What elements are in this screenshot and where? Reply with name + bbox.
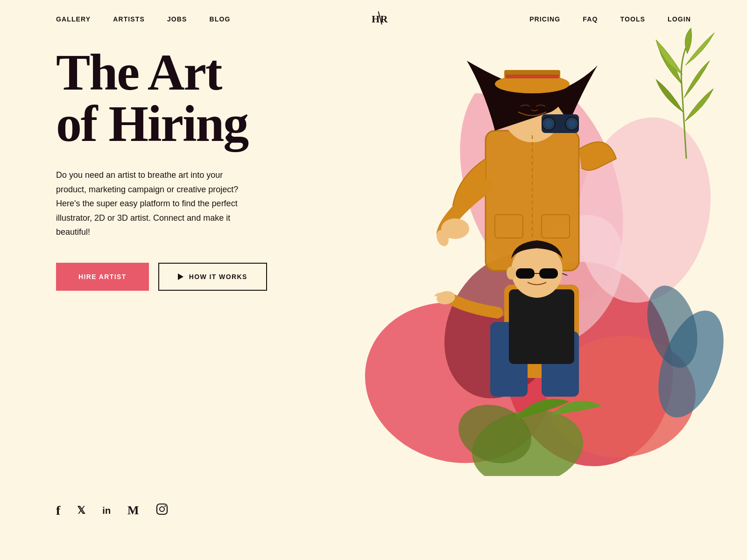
nav-blog[interactable]: BLOG (210, 15, 231, 23)
logo[interactable]: HR (372, 13, 388, 25)
nav-right: PRICING FAQ TOOLS LOGIN (529, 15, 691, 23)
how-it-works-button[interactable]: HOW IT WORKS (158, 263, 267, 291)
nav-artists[interactable]: ARTISTS (113, 15, 145, 23)
svg-point-24 (545, 120, 552, 127)
hero-subtitle: Do you need an artist to breathe art int… (56, 168, 243, 239)
svg-point-1 (160, 507, 164, 511)
social-medium[interactable]: M (127, 504, 139, 518)
hire-artist-button[interactable]: HIRE ARTIST (56, 263, 149, 291)
svg-rect-34 (509, 289, 574, 364)
nav-pricing[interactable]: PRICING (529, 15, 560, 23)
svg-point-25 (568, 120, 576, 127)
green-plant-decoration (649, 28, 724, 159)
svg-rect-20 (505, 75, 559, 78)
how-it-works-label: HOW IT WORKS (189, 273, 247, 280)
hero-title-line2: of Hiring (56, 95, 248, 152)
social-bar: f 𝕏 in M (56, 503, 168, 518)
nav-jobs[interactable]: JOBS (167, 15, 187, 23)
social-facebook[interactable]: f (56, 503, 60, 518)
play-icon (178, 273, 183, 280)
svg-rect-37 (539, 268, 558, 279)
social-linkedin[interactable]: in (102, 505, 111, 516)
hero-title: The Art of Hiring (56, 47, 267, 149)
nav-tools[interactable]: TOOLS (620, 15, 645, 23)
hero-section: The Art of Hiring Do you need an artist … (56, 47, 267, 291)
hero-title-line1: The Art (56, 44, 221, 101)
nav-left: GALLERY ARTISTS JOBS BLOG (56, 15, 230, 23)
svg-point-27 (441, 218, 469, 239)
svg-point-41 (507, 266, 516, 280)
svg-point-2 (164, 505, 166, 507)
logo-text: HR (372, 13, 388, 25)
navigation: GALLERY ARTISTS JOBS BLOG HR PRICING FAQ… (0, 0, 747, 38)
svg-line-40 (562, 273, 567, 275)
svg-rect-36 (516, 268, 535, 279)
illustration-area (327, 0, 747, 467)
nav-login[interactable]: LOGIN (668, 15, 691, 23)
svg-rect-0 (157, 504, 167, 514)
nav-faq[interactable]: FAQ (583, 15, 598, 23)
social-instagram[interactable] (156, 503, 168, 518)
social-twitter[interactable]: 𝕏 (77, 504, 85, 517)
cta-group: HIRE ARTIST HOW IT WORKS (56, 263, 267, 291)
nav-gallery[interactable]: GALLERY (56, 15, 91, 23)
